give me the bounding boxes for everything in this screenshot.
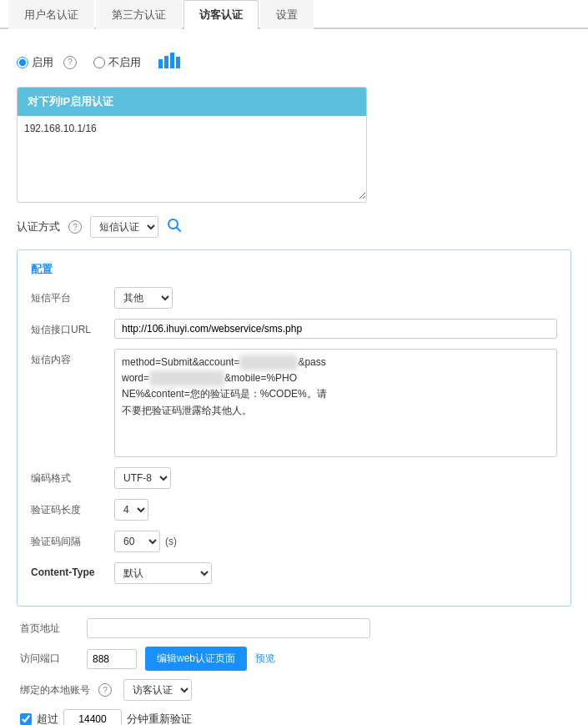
sms-platform-row: 短信平台 其他 阿里云 腾讯云 [31, 287, 557, 309]
svg-line-5 [177, 227, 181, 231]
enable-radio[interactable] [17, 57, 28, 68]
code-interval-control: 60 120 300 (s) [114, 531, 557, 552]
svg-rect-1 [164, 56, 168, 68]
sms-content-row: 短信内容 method=Submit&account= &password= &… [31, 349, 557, 457]
tab-settings[interactable]: 设置 [260, 0, 314, 29]
content-type-control: 默认 application/json [114, 562, 557, 584]
tab-third-party-auth[interactable]: 第三方认证 [96, 0, 182, 29]
home-url-label: 首页地址 [20, 622, 78, 636]
disable-label: 不启用 [108, 55, 141, 70]
content-type-label: Content-Type [31, 562, 114, 578]
disable-radio-label[interactable]: 不启用 [93, 55, 141, 70]
sms-url-row: 短信接口URL [31, 319, 557, 339]
home-url-input[interactable] [87, 618, 370, 638]
tab-guest-auth[interactable]: 访客认证 [183, 0, 259, 29]
content-type-select[interactable]: 默认 application/json [114, 562, 212, 584]
sms-content-label: 短信内容 [31, 349, 114, 367]
encoding-select[interactable]: UTF-8 GBK [114, 467, 171, 489]
sms-content-control: method=Submit&account= &password= &mobil… [114, 349, 557, 457]
enable-row: 启用 ? 不启用 [17, 51, 571, 73]
chart-icon[interactable] [158, 51, 181, 73]
checkbox1-suffix: 分钟重新验证 [127, 712, 192, 725]
encoding-row: 编码格式 UTF-8 GBK [31, 467, 557, 489]
disable-radio[interactable] [93, 57, 105, 68]
sms-url-label: 短信接口URL [31, 319, 114, 337]
ip-textarea[interactable]: 192.168.10.1/16 [18, 116, 366, 199]
home-url-row: 首页地址 [20, 618, 568, 638]
auth-method-select[interactable]: 短信认证 [90, 216, 158, 238]
sms-url-input[interactable] [114, 319, 557, 339]
port-label: 访问端口 [20, 652, 78, 666]
tab-bar: 用户名认证 第三方认证 访客认证 设置 [0, 0, 588, 29]
main-content: 启用 ? 不启用 对下列IP启用认证 192.168.10.1/16 认证方式 … [0, 43, 588, 725]
code-interval-row: 验证码间隔 60 120 300 (s) [31, 531, 557, 552]
content-type-row: Content-Type 默认 application/json [31, 562, 557, 584]
code-interval-select[interactable]: 60 120 300 [114, 531, 160, 552]
auth-method-help-icon[interactable]: ? [68, 220, 82, 234]
bind-account-row: 绑定的本地账号 ? 访客认证 其他 [20, 679, 568, 701]
encoding-control: UTF-8 GBK [114, 467, 557, 489]
code-interval-inline: 60 120 300 (s) [114, 531, 557, 552]
preview-button[interactable]: 预览 [255, 652, 275, 666]
code-length-control: 4 6 8 [114, 499, 557, 521]
svg-rect-2 [170, 53, 174, 68]
code-length-row: 验证码长度 4 6 8 [31, 499, 557, 521]
checkbox1-prefix: 超过 [37, 712, 58, 725]
port-input[interactable] [87, 649, 137, 669]
tab-username-auth[interactable]: 用户名认证 [8, 0, 94, 29]
checkbox1-input[interactable] [20, 713, 32, 725]
code-interval-unit: (s) [165, 536, 177, 547]
bind-account-help-icon[interactable]: ? [98, 683, 112, 697]
encoding-label: 编码格式 [31, 467, 114, 486]
config-section: 配置 短信平台 其他 阿里云 腾讯云 短信接口URL 短信内容 [17, 249, 571, 607]
auth-method-label: 认证方式 [17, 219, 60, 234]
enable-help-icon[interactable]: ? [63, 56, 77, 69]
checkbox1-row: 超过 分钟重新验证 [20, 709, 568, 725]
sms-url-control [114, 319, 557, 339]
port-row: 访问端口 编辑web认证页面 预览 [20, 647, 568, 671]
bind-account-label: 绑定的本地账号 [20, 683, 90, 697]
enable-label: 启用 [32, 55, 53, 70]
sms-platform-control: 其他 阿里云 腾讯云 [114, 287, 557, 309]
code-length-label: 验证码长度 [31, 499, 114, 517]
code-interval-label: 验证码间隔 [31, 531, 114, 549]
ip-section: 对下列IP启用认证 192.168.10.1/16 [17, 87, 367, 203]
auth-method-row: 认证方式 ? 短信认证 [17, 216, 571, 238]
code-length-select[interactable]: 4 6 8 [114, 499, 148, 521]
search-button[interactable] [167, 218, 182, 237]
bottom-section: 首页地址 访问端口 编辑web认证页面 预览 绑定的本地账号 ? 访客认证 其他… [17, 618, 571, 725]
svg-rect-0 [158, 59, 163, 68]
enable-radio-label[interactable]: 启用 [17, 55, 53, 70]
ip-section-header: 对下列IP启用认证 [18, 88, 366, 116]
checkbox1-value-input[interactable] [63, 709, 122, 725]
svg-rect-3 [176, 57, 180, 68]
edit-web-auth-button[interactable]: 编辑web认证页面 [145, 647, 247, 671]
sms-platform-select[interactable]: 其他 阿里云 腾讯云 [114, 287, 173, 309]
config-title: 配置 [31, 262, 557, 277]
sms-platform-label: 短信平台 [31, 287, 114, 305]
bind-account-select[interactable]: 访客认证 其他 [123, 679, 192, 701]
